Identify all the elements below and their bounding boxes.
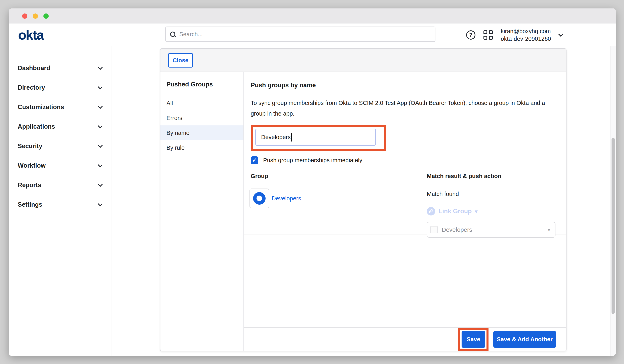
annotation-highlight-input: Developers xyxy=(251,125,386,151)
link-group-label: Link Group xyxy=(439,208,472,215)
content-area: Close Pushed Groups All Errors By name B… xyxy=(112,46,616,356)
app-header: okta kiran@boxyhq.com okta-dev-20901260 xyxy=(9,24,616,46)
window-titlebar xyxy=(9,8,616,24)
chevron-down-icon xyxy=(98,104,103,109)
panel-footer: Save Save & Add Another xyxy=(244,327,566,351)
group-avatar xyxy=(250,188,269,208)
tab-by-rule[interactable]: By rule xyxy=(160,140,243,155)
annotation-highlight-save: Save xyxy=(458,328,489,351)
sidebar-item-reports[interactable]: Reports xyxy=(9,175,112,195)
link-group-dropdown[interactable]: Link Group xyxy=(427,207,558,215)
match-cell: Match found xyxy=(427,188,558,234)
panel-header: Close xyxy=(160,49,566,72)
sidebar-item-workflow[interactable]: Workflow xyxy=(9,156,112,175)
group-cell: Developers xyxy=(250,188,427,208)
sidebar-item-settings[interactable]: Settings xyxy=(9,195,112,214)
close-button[interactable]: Close xyxy=(168,53,193,68)
push-immediately-row: Push group memberships immediately xyxy=(251,156,558,164)
header-actions: kiran@boxyhq.com okta-dev-20901260 xyxy=(466,24,563,46)
account-menu[interactable]: kiran@boxyhq.com okta-dev-20901260 xyxy=(501,27,551,43)
global-search[interactable] xyxy=(165,26,435,42)
okta-logo[interactable]: okta xyxy=(18,27,43,42)
window-scrollbar[interactable] xyxy=(610,46,616,356)
sidebar-item-customizations[interactable]: Customizations xyxy=(9,97,112,117)
app-group-value: Developers xyxy=(442,226,472,233)
group-name-input-value: Developers xyxy=(261,134,291,140)
sidebar-item-directory[interactable]: Directory xyxy=(9,78,112,97)
account-email: kiran@boxyhq.com xyxy=(501,27,551,35)
group-name-input[interactable]: Developers xyxy=(255,129,376,146)
description-text: To sync group memberships from Okta to S… xyxy=(251,98,552,119)
sidebar-item-security[interactable]: Security xyxy=(9,136,112,156)
save-add-another-button[interactable]: Save & Add Another xyxy=(493,331,556,348)
chevron-down-icon[interactable] xyxy=(558,32,563,37)
match-table: Group Match result & push action Develop… xyxy=(244,173,566,235)
pushed-groups-title: Pushed Groups xyxy=(166,81,243,88)
browser-window: okta kiran@boxyhq.com okta-dev-20901260 … xyxy=(9,8,616,356)
apps-grid-icon[interactable] xyxy=(484,30,493,40)
link-icon xyxy=(427,207,435,215)
scrollbar-thumb[interactable] xyxy=(612,138,615,314)
traffic-light-zoom[interactable] xyxy=(43,13,49,19)
caret-down-icon xyxy=(547,227,550,233)
chevron-down-icon xyxy=(98,182,103,187)
push-immediately-checkbox[interactable] xyxy=(251,156,258,164)
table-row: Developers Match found xyxy=(244,185,566,235)
page-title: Push groups by name xyxy=(251,82,558,89)
search-input[interactable] xyxy=(179,31,431,38)
group-link[interactable]: Developers xyxy=(272,195,301,202)
save-button[interactable]: Save xyxy=(462,331,485,348)
app-group-placeholder-icon xyxy=(430,226,438,233)
search-icon xyxy=(170,31,175,37)
sidebar-item-dashboard[interactable]: Dashboard xyxy=(9,58,112,78)
chevron-down-icon xyxy=(98,124,103,129)
tab-by-name[interactable]: By name xyxy=(160,126,243,140)
chevron-down-icon xyxy=(98,143,103,148)
column-header-match-result: Match result & push action xyxy=(427,173,558,180)
pushed-groups-panel: Close Pushed Groups All Errors By name B… xyxy=(160,48,567,351)
traffic-light-close[interactable] xyxy=(22,13,27,19)
app-group-select[interactable]: Developers xyxy=(427,222,555,237)
traffic-light-minimize[interactable] xyxy=(33,13,38,19)
main-area: Dashboard Directory Customizations Appli… xyxy=(9,46,616,356)
chevron-down-icon xyxy=(98,163,103,167)
caret-down-icon xyxy=(475,208,477,215)
account-org: okta-dev-20901260 xyxy=(501,35,551,43)
push-by-name-content: Push groups by name To sync group member… xyxy=(244,72,566,351)
panel-body: Pushed Groups All Errors By name By rule… xyxy=(160,72,566,351)
table-header: Group Match result & push action xyxy=(244,173,566,185)
column-header-group: Group xyxy=(251,173,427,180)
group-icon xyxy=(253,192,265,205)
tab-all[interactable]: All xyxy=(160,96,243,110)
chevron-down-icon xyxy=(98,202,103,207)
sidebar-item-applications[interactable]: Applications xyxy=(9,117,112,136)
help-icon[interactable] xyxy=(466,30,475,40)
chevron-down-icon xyxy=(98,85,103,89)
sidebar: Dashboard Directory Customizations Appli… xyxy=(9,46,112,356)
match-status: Match found xyxy=(427,191,558,197)
tab-errors[interactable]: Errors xyxy=(160,110,243,126)
push-immediately-label: Push group memberships immediately xyxy=(263,157,362,164)
chevron-down-icon xyxy=(98,65,103,70)
pushed-groups-nav: Pushed Groups All Errors By name By rule xyxy=(160,72,244,351)
text-cursor xyxy=(291,133,292,141)
